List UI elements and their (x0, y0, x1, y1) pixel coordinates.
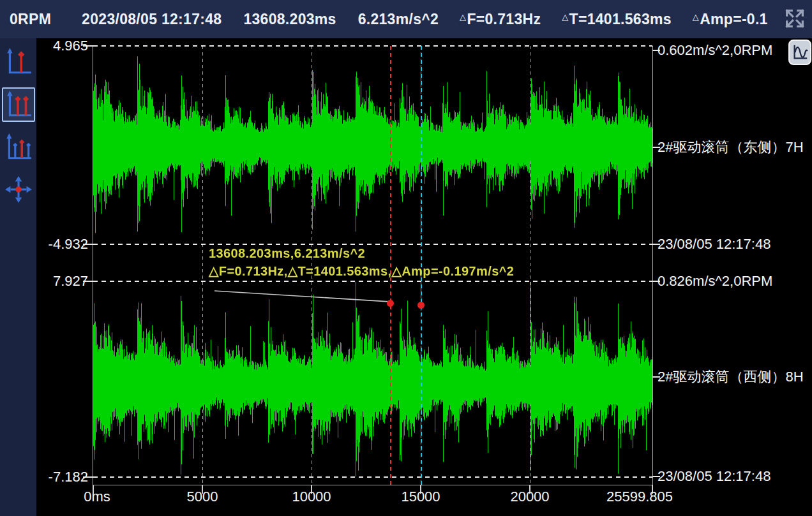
cursor-time-readout: 13608.203ms (243, 11, 336, 28)
delta-frequency-readout: △F=0.713Hz (460, 11, 541, 28)
datetime-readout: 2023/08/05 12:17:48 (81, 11, 222, 28)
dual-cursor-mode-button[interactable] (2, 87, 35, 122)
cursor-annotation-line2: △F=0.713Hz,△T=1401.563ms,△Amp=-0.197m/s^… (209, 263, 514, 279)
x-tick-label-5000: 5000 (154, 489, 250, 505)
waveform-canvas-west[interactable] (93, 281, 652, 477)
channel-label-east: 2#驱动滚筒（东侧）7H (658, 139, 804, 156)
harmonic-cursor-mode-button[interactable] (2, 130, 35, 165)
plot-border-bottom (93, 485, 653, 485)
tool-sidebar (0, 38, 36, 516)
y-min-label-east: -4.932 (33, 236, 88, 253)
timestamp-label-west: 23/08/05 12:17:48 (658, 468, 771, 485)
pan-move-icon (4, 175, 33, 206)
y-min-label-west: -7.182 (33, 469, 88, 485)
channel-label-west: 2#驱动滚筒（西侧）8H (658, 369, 804, 385)
single-cursor-icon (4, 47, 33, 78)
cyan-cursor-marker-dot (417, 302, 425, 309)
timestamp-label-east: 23/08/05 12:17:48 (658, 236, 771, 253)
waveform-canvas-east[interactable] (93, 46, 652, 244)
status-bar: 0RPM 2023/08/05 12:17:48 13608.203ms 6.2… (0, 0, 812, 38)
cursor-amplitude-readout: 6.213m/s^2 (357, 11, 439, 28)
y-max-label-west: 7.927 (33, 273, 88, 290)
single-cursor-mode-button[interactable] (2, 45, 35, 79)
sine-wave-icon (791, 42, 809, 63)
waveform-view-button[interactable] (788, 40, 811, 65)
x-tick-label-0: 0ms (49, 489, 145, 505)
x-tick-label-20000: 20000 (482, 489, 578, 505)
x-tick-label-end: 25599.805 (589, 489, 691, 505)
harmonic-cursor-icon (4, 132, 33, 163)
rpm-readout: 0RPM (9, 11, 51, 28)
delta-amplitude-readout: △Amp=-0.1 (693, 11, 768, 28)
expand-arrows-icon (783, 6, 807, 33)
fullscreen-button[interactable] (781, 6, 808, 33)
pan-mode-button[interactable] (2, 173, 35, 207)
y-max-label-east: 4.965 (33, 38, 88, 54)
delta-time-readout: △T=1401.563ms (562, 11, 672, 28)
app-window: 0RPM 2023/08/05 12:17:48 13608.203ms 6.2… (0, 0, 812, 516)
dual-cursor-icon (4, 89, 33, 121)
x-tick-label-15000: 15000 (373, 489, 469, 505)
scale-label-west: 0.826m/s^2,0RPM (658, 273, 772, 290)
x-tick-label-10000: 10000 (264, 489, 359, 505)
cursor-annotation-line1: 13608.203ms,6.213m/s^2 (209, 246, 365, 261)
plot-border-right (652, 46, 653, 485)
scale-label-east: 0.602m/s^2,0RPM (658, 42, 772, 59)
